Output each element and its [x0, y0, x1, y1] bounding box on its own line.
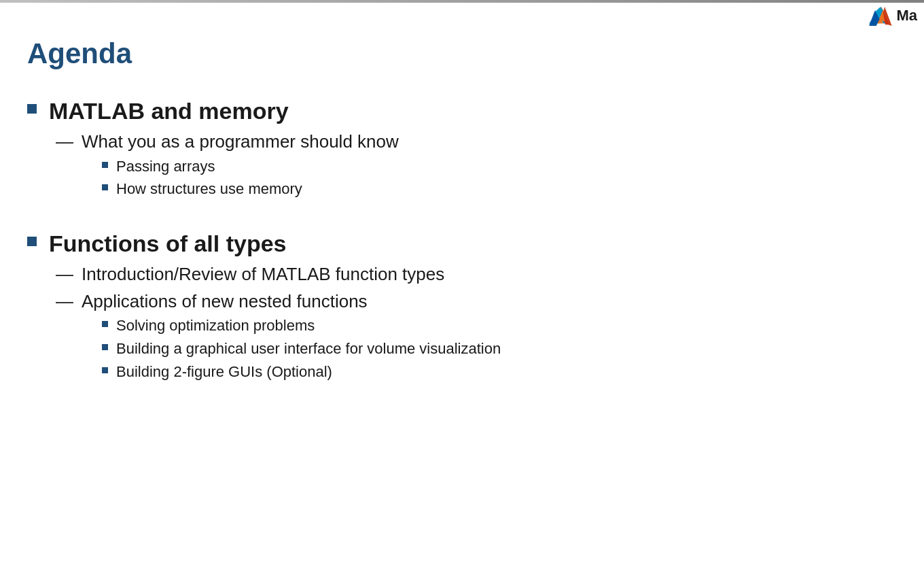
top-border [0, 0, 924, 3]
level3-list-1: Passing arrays How structures use memory [82, 156, 399, 199]
level2-2-2-text: Applications of new nested functions [82, 291, 368, 311]
level3-bullet-icon [102, 321, 108, 327]
level2-dash-icon: — [56, 131, 73, 154]
agenda-list: MATLAB and memory — What you as a progra… [27, 97, 897, 388]
level3-2-item-1: Solving optimization problems [116, 316, 315, 336]
level3-bullet-icon [102, 184, 108, 190]
level3-item-1: Passing arrays [116, 156, 215, 177]
level3-bullet-icon [102, 162, 108, 168]
level2-2-2-content: Applications of new nested functions Sol… [82, 290, 501, 385]
level2-1-content: What you as a programmer should know Pas… [82, 131, 399, 202]
level3-bullet-icon [102, 367, 108, 373]
logo-area: Ma [868, 5, 917, 26]
section1-level2-list: — What you as a programmer should know P… [49, 131, 399, 202]
main-content: Agenda MATLAB and memory — What you as a… [27, 37, 897, 551]
level3-2-item-3: Building 2-figure GUIs (Optional) [116, 362, 332, 382]
level3-item-2: How structures use memory [116, 179, 302, 199]
level3-2-item-2: Building a graphical user interface for … [116, 339, 501, 359]
list-item: Building a graphical user interface for … [102, 339, 501, 359]
level2-2-1-text: Introduction/Review of MATLAB function t… [82, 263, 444, 286]
list-item: Passing arrays [102, 156, 399, 177]
list-item: — Applications of new nested functions S… [56, 290, 501, 385]
section2-content: Functions of all types — Introduction/Re… [49, 230, 501, 388]
section2-level2-list: — Introduction/Review of MATLAB function… [49, 263, 501, 385]
level2-1-text: What you as a programmer should know [82, 131, 399, 152]
matlab-logo-icon [868, 5, 892, 26]
list-item: MATLAB and memory — What you as a progra… [27, 97, 897, 206]
list-item: Functions of all types — Introduction/Re… [27, 230, 897, 388]
list-item: — What you as a programmer should know P… [56, 131, 399, 202]
section2-title: Functions of all types [49, 231, 286, 256]
page-title: Agenda [27, 37, 897, 70]
list-item: Solving optimization problems [102, 316, 501, 336]
section1-content: MATLAB and memory — What you as a progra… [49, 97, 399, 206]
list-item: — Introduction/Review of MATLAB function… [56, 263, 501, 286]
level3-list-2: Solving optimization problems Building a… [82, 316, 501, 381]
section1-title: MATLAB and memory [49, 98, 289, 124]
level2-dash-icon: — [56, 263, 73, 286]
list-item: Building 2-figure GUIs (Optional) [102, 362, 501, 382]
matlab-logo-text: Ma [896, 7, 917, 24]
list-item: How structures use memory [102, 179, 399, 199]
level1-bullet-icon [27, 237, 37, 246]
level3-bullet-icon [102, 344, 108, 350]
level1-bullet-icon [27, 104, 37, 114]
level2-dash-icon: — [56, 290, 73, 313]
